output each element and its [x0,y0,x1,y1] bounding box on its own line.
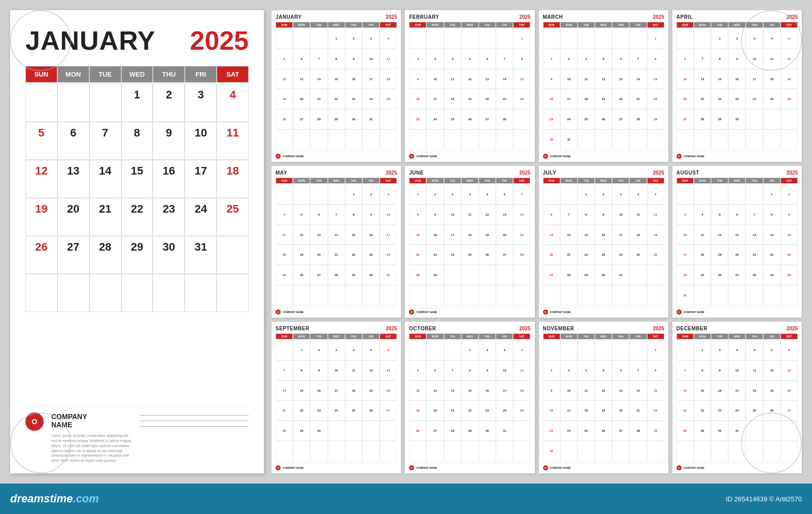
small-day-header-wed: WED [328,22,345,28]
small-cal-cell: 27 [293,109,310,129]
small-cal-cell: 7 [310,49,327,69]
dreamstime-bar: dreamstime.com ID 265414639 © Artit2570 [0,484,812,514]
small-day-header-tue: TUE [578,178,595,184]
small-cal-cell: 9 [728,49,746,69]
small-cal-cell: 24 [444,245,461,265]
small-cal-cell: 18 [513,381,530,401]
small-cal-cell: 12 [647,204,664,225]
small-cal-cell: 9 [362,204,380,225]
small-cal-june: JUNE2025SUNMONTUEWEDTHUFRISAT12345678910… [405,166,534,318]
small-cal-january: JANUARY2025SUNMONTUEWEDTHUFRISAT 1234567… [272,10,401,162]
small-cal-cell: 12 [362,360,380,381]
small-cal-cell [647,129,664,150]
cal-cell: 18 [217,160,249,198]
small-cal-cell: 12 [293,225,310,245]
small-cal-cell [461,441,479,461]
small-company-logo: O [276,310,281,315]
cal-cell [89,274,121,312]
small-cal-cell: 23 [543,109,560,129]
small-cal-cell: 22 [711,89,728,109]
small-cal-cell: 4 [380,28,397,49]
small-company-logo: O [276,465,281,470]
small-day-header-sat: SAT [781,22,798,28]
cal-cell: 19 [25,198,57,236]
small-day-header-tue: TUE [578,22,595,28]
small-cal-cell: 16 [362,225,380,245]
small-cal-cell: 21 [560,245,578,265]
small-cal-cell [426,28,444,49]
small-cal-days-header: SUNMONTUEWEDTHUFRISAT [543,333,664,339]
small-cal-cell: 19 [781,69,798,89]
small-day-header-mon: MON [426,22,444,28]
small-cal-cell: 8 [345,204,362,225]
small-day-header-wed: WED [728,178,746,184]
small-day-header-wed: WED [461,178,479,184]
small-day-header-tue: TUE [310,22,327,28]
small-cal-cell: 30 [728,109,746,129]
small-cal-cell: 19 [647,225,664,245]
small-cal-cell: 16 [781,225,798,245]
small-cal-footer: OCOMPANY NAME [409,463,530,470]
small-cal-cell [328,285,345,305]
small-company-logo: O [409,154,414,159]
small-cal-cell: 29 [763,265,781,285]
small-cal-cell [676,184,694,204]
small-cal-cell: 25 [461,245,479,265]
small-cal-cell: 18 [444,89,461,109]
cal-cell [25,274,57,312]
small-cal-month: APRIL [676,14,693,20]
small-cal-cell: 10 [444,204,461,225]
cal-cell: 29 [121,236,153,274]
small-cal-cell [647,441,664,461]
cal-cell: 1 [121,84,153,122]
small-cal-cell: 11 [345,360,362,381]
small-cal-cell: 1 [694,340,711,360]
small-cal-cell [380,285,397,305]
small-cal-cell [612,285,629,305]
small-cal-cell: 26 [276,109,293,129]
small-cal-cell: 11 [763,49,781,69]
small-cal-cell: 24 [426,109,444,129]
small-cal-cell [763,285,781,305]
small-cal-cell [560,184,578,204]
small-cal-cell [629,129,647,150]
small-cal-cell: 12 [409,381,426,401]
small-cal-cell: 7 [276,360,293,381]
cal-cell [89,84,121,122]
small-cal-cell: 2 [711,340,728,360]
small-day-header-fri: FRI [496,333,513,339]
small-cal-cell: 12 [461,69,479,89]
small-cal-cell: 24 [560,109,578,129]
small-day-header-mon: MON [426,333,444,339]
small-cal-cell: 30 [543,129,560,150]
small-day-header-fri: FRI [763,178,781,184]
small-cal-cell [276,441,293,461]
small-cal-cell: 23 [409,109,426,129]
small-company-name: COMPANY NAME [684,466,704,469]
small-cal-cell: 28 [676,421,694,441]
small-cal-october: OCTOBER2025SUNMONTUEWEDTHUFRISAT 1234567… [405,322,534,473]
small-cal-cell: 5 [595,360,612,381]
small-cal-cell: 3 [612,184,629,204]
small-cal-cell: 30 [345,109,362,129]
small-cal-cell [711,285,728,305]
small-cal-cell: 26 [647,245,664,265]
small-cal-cell: 2 [409,49,426,69]
small-cal-cell: 1 [409,184,426,204]
small-cal-year: 2025 [787,326,798,331]
small-cal-cell [293,184,310,204]
small-cal-february: FEBRUARY2025SUNMONTUEWEDTHUFRISAT 123456… [405,10,534,162]
cal-cell: 2 [153,84,185,122]
small-cal-march: MARCH2025SUNMONTUEWEDTHUFRISAT 123456789… [539,10,668,162]
small-cal-cell: 6 [496,184,513,204]
small-cal-cell [513,109,530,129]
small-cal-cell [293,285,310,305]
small-cal-august: AUGUST2025SUNMONTUEWEDTHUFRISAT 12345678… [672,166,802,318]
small-cal-cell: 13 [781,360,798,381]
small-cal-cell [595,28,612,49]
small-cal-cell: 28 [513,245,530,265]
small-day-header-mon: MON [293,22,310,28]
small-cal-year: 2025 [386,14,397,20]
cal-cell: 6 [57,122,89,160]
small-cal-cell: 14 [444,381,461,401]
